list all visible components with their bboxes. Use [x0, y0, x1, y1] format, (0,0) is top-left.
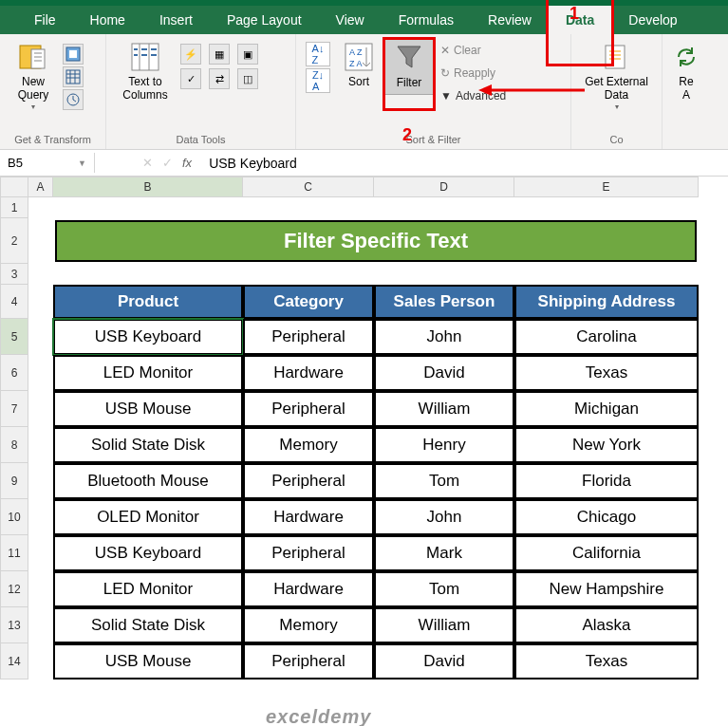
row-header-8[interactable]: 8 [0, 427, 28, 463]
tab-view[interactable]: View [319, 6, 382, 34]
table-cell[interactable]: Carolina [514, 319, 699, 355]
table-cell[interactable]: Solid State Disk [53, 607, 243, 643]
table-cell[interactable]: New Hampshire [514, 571, 699, 607]
table-cell[interactable]: Peripheral [243, 463, 374, 499]
table-cell[interactable]: Mark [374, 535, 514, 571]
remove-duplicates-icon[interactable]: ▦ [209, 44, 230, 65]
table-cell[interactable]: New York [514, 427, 699, 463]
col-header-c[interactable]: C [243, 177, 374, 197]
table-cell[interactable]: David [374, 643, 514, 679]
row-header-1[interactable]: 1 [0, 197, 28, 218]
table-cell[interactable]: Tom [374, 571, 514, 607]
table-cell[interactable]: John [374, 319, 514, 355]
table-cell[interactable]: Henry [374, 427, 514, 463]
tab-review[interactable]: Review [471, 6, 549, 34]
table-cell[interactable]: Texas [514, 355, 699, 391]
table-cell[interactable]: Peripheral [243, 535, 374, 571]
table-cell[interactable]: David [374, 355, 514, 391]
table-header-product[interactable]: Product [53, 285, 243, 319]
table-cell[interactable]: Peripheral [243, 319, 374, 355]
clear-filter-button[interactable]: ✕Clear [440, 44, 506, 57]
table-cell[interactable]: William [374, 607, 514, 643]
tab-data[interactable]: Data [549, 6, 611, 34]
col-header-b[interactable]: B [53, 177, 243, 197]
show-queries-icon[interactable] [63, 44, 84, 65]
table-cell[interactable]: Hardware [243, 571, 374, 607]
table-cell[interactable]: Florida [514, 463, 699, 499]
col-header-d[interactable]: D [374, 177, 514, 197]
from-table-icon[interactable] [63, 66, 84, 87]
table-cell[interactable]: Texas [514, 643, 699, 679]
svg-rect-1 [31, 49, 45, 68]
row-header-12[interactable]: 12 [0, 571, 28, 607]
table-cell[interactable]: Tom [374, 463, 514, 499]
tab-home[interactable]: Home [73, 6, 142, 34]
table-cell[interactable]: Hardware [243, 499, 374, 535]
table-cell[interactable]: John [374, 499, 514, 535]
table-cell[interactable]: USB Keyboard [53, 535, 243, 571]
sort-descending-button[interactable]: Z↓A [306, 68, 330, 93]
table-cell[interactable]: LED Monitor [53, 355, 243, 391]
table-cell[interactable]: Solid State Disk [53, 427, 243, 463]
col-header-e[interactable]: E [514, 177, 699, 197]
reapply-button[interactable]: ↻Reapply [440, 66, 506, 80]
table-header-shipping-address[interactable]: Shipping Address [514, 285, 699, 319]
table-cell[interactable]: OLED Monitor [53, 499, 243, 535]
row-header-6[interactable]: 6 [0, 355, 28, 391]
table-header-category[interactable]: Category [243, 285, 374, 319]
table-cell[interactable]: Memory [243, 427, 374, 463]
name-box[interactable]: B5 ▼ [0, 153, 95, 173]
data-validation-icon[interactable]: ✓ [180, 68, 201, 89]
insert-function-button[interactable]: fx [182, 156, 192, 170]
table-cell[interactable]: Bluetooth Mouse [53, 463, 243, 499]
table-cell[interactable]: Chicago [514, 499, 699, 535]
table-cell[interactable]: Peripheral [243, 643, 374, 679]
tab-formulas[interactable]: Formulas [382, 6, 471, 34]
row-header-4[interactable]: 4 [0, 285, 28, 319]
advanced-filter-button[interactable]: ▼Advanced [440, 89, 506, 102]
table-cell[interactable]: Hardware [243, 355, 374, 391]
col-header-a[interactable]: A [28, 177, 53, 197]
flash-fill-icon[interactable]: ⚡ [180, 44, 201, 65]
table-cell[interactable]: Memory [243, 607, 374, 643]
formula-input[interactable]: USB Keyboard [201, 153, 728, 174]
table-cell[interactable]: William [374, 391, 514, 427]
table-cell[interactable]: California [514, 535, 699, 571]
table-cell[interactable]: USB Mouse [53, 391, 243, 427]
manage-data-model-icon[interactable]: ◫ [237, 68, 258, 89]
table-cell[interactable]: USB Mouse [53, 643, 243, 679]
table-cell[interactable]: Alaska [514, 607, 699, 643]
row-header-5[interactable]: 5 [0, 319, 28, 355]
row-header-9[interactable]: 9 [0, 463, 28, 499]
get-external-data-button[interactable]: Get External Data ▾ [577, 38, 656, 115]
row-header-13[interactable]: 13 [0, 607, 28, 643]
relationships-icon[interactable]: ⇄ [209, 68, 230, 89]
sort-button[interactable]: A ZZ A Sort [336, 38, 382, 93]
recent-sources-icon[interactable] [63, 89, 84, 110]
cancel-formula-icon[interactable]: ✕ [142, 156, 153, 170]
new-query-button[interactable]: New Query ▾ [6, 38, 61, 115]
row-header-2[interactable]: 2 [0, 218, 28, 264]
sort-ascending-button[interactable]: A↓Z [306, 42, 330, 66]
table-cell[interactable]: USB Keyboard [53, 319, 243, 355]
row-header-14[interactable]: 14 [0, 643, 28, 679]
tab-developer[interactable]: Develop [611, 6, 694, 34]
group-label-connections: Co [577, 132, 656, 147]
refresh-all-button[interactable]: Re A [668, 38, 704, 106]
table-cell[interactable]: Peripheral [243, 391, 374, 427]
enter-formula-icon[interactable]: ✓ [162, 156, 173, 170]
tab-page-layout[interactable]: Page Layout [210, 6, 319, 34]
consolidate-icon[interactable]: ▣ [237, 44, 258, 65]
tab-file[interactable]: File [17, 6, 73, 34]
row-header-11[interactable]: 11 [0, 535, 28, 571]
row-header-10[interactable]: 10 [0, 499, 28, 535]
row-header-7[interactable]: 7 [0, 391, 28, 427]
select-all-corner[interactable] [0, 177, 28, 197]
table-cell[interactable]: LED Monitor [53, 571, 243, 607]
filter-button[interactable]: Filter [383, 38, 435, 95]
text-to-columns-button[interactable]: Text to Columns [112, 38, 178, 106]
table-cell[interactable]: Michigan [514, 391, 699, 427]
table-header-sales-person[interactable]: Sales Person [374, 285, 514, 319]
tab-insert[interactable]: Insert [142, 6, 210, 34]
row-header-3[interactable]: 3 [0, 264, 28, 285]
